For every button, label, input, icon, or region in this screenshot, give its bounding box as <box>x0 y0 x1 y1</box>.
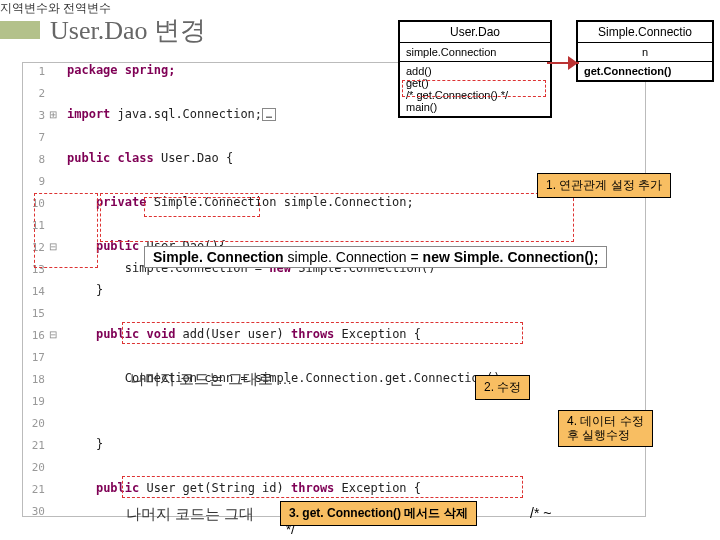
annotation-2: 2. 수정 <box>475 375 530 400</box>
fold-marker-icon: ⊞ <box>49 109 61 121</box>
highlight-box <box>122 476 523 498</box>
annotation-4: 4. 데이터 수정 후 실행수정 <box>558 410 653 447</box>
code-area: package spring; import java.sql.Connecti… <box>67 63 508 517</box>
line-number-gutter: 1 2 3 7 8 9 10 11 12 13 14 15 16 17 18 1… <box>23 63 49 517</box>
uml-class-name: Simple.Connectio <box>578 22 712 43</box>
code-editor: 1 2 3 7 8 9 10 11 12 13 14 15 16 17 18 1… <box>22 62 646 517</box>
highlight-box <box>402 80 546 97</box>
uml-fields: simple.Connection <box>400 43 550 62</box>
highlight-box <box>122 322 523 344</box>
uml-class-name: User.Dao <box>400 22 550 43</box>
uml-class-userdao: User.Dao simple.Connection add() get() /… <box>398 20 552 118</box>
uml-class-simpleconnection: Simple.Connectio n get.Connection() <box>576 20 714 82</box>
highlight-box <box>144 197 260 217</box>
marker-column: ⊞ ⊟ ⊟ <box>49 63 63 516</box>
annotation-rest-2: 나머지 코드는 그대 <box>126 505 254 524</box>
uml-method: get.Connection() <box>578 62 712 80</box>
annotation-code-line: Simple. Connection simple. Connection = … <box>144 246 607 268</box>
slide-title: User.Dao 변경 <box>50 13 206 48</box>
annotation-comment-open: /* ~ <box>530 505 551 521</box>
annotation-comment-close: */ <box>286 522 295 537</box>
title-accent <box>0 21 40 39</box>
uml-arrowhead-icon <box>568 56 578 70</box>
uml-sub: n <box>578 43 712 62</box>
annotation-rest-1: 나머지 코드는 그대로 … <box>130 370 293 389</box>
highlight-box <box>34 193 98 268</box>
annotation-3: 3. get. Connection() 메서드 삭제 <box>280 501 477 526</box>
annotation-1: 1. 연관관계 설정 추가 <box>537 173 671 198</box>
fold-marker-icon: ⊟ <box>49 329 61 341</box>
